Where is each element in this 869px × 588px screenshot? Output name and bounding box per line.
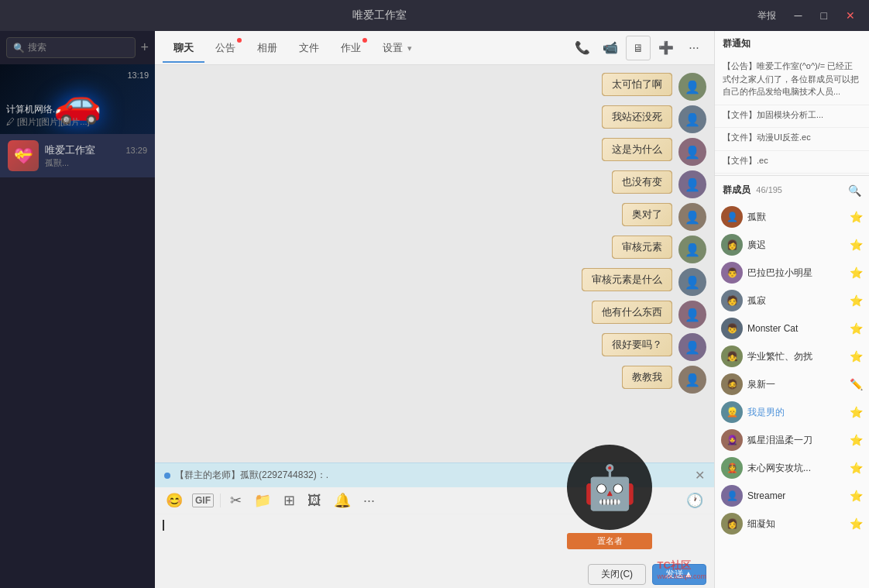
member-avatar-icon: 👦 xyxy=(726,323,738,334)
list-item[interactable]: 👤 孤獸 ⭐ xyxy=(715,203,869,231)
member-search-icon[interactable]: 🔍 xyxy=(848,184,861,197)
add-contact-button[interactable]: + xyxy=(140,40,149,56)
member-avatar: 👩 xyxy=(721,513,743,535)
member-status-icon: ⭐ xyxy=(850,239,863,251)
notification-text: 【群主的老师】孤獸(2292744832)：. xyxy=(175,469,328,482)
member-status-icon: ⭐ xyxy=(850,266,863,279)
close-chat-button[interactable]: 关闭(C) xyxy=(588,564,646,585)
clock-button[interactable]: 🕐 xyxy=(683,490,706,511)
list-item[interactable]: 🧕 狐星泪温柔一刀 ⭐ xyxy=(715,426,869,454)
input-section: 🤖 置名者 TC社区 www.tcsqw.com 关闭(C) 发送▲ xyxy=(155,514,714,588)
title-bar-controls: 举报 ─ □ ✕ xyxy=(751,6,861,26)
member-avatar: 👲 xyxy=(721,457,743,479)
popup-emoji: 🤖 xyxy=(567,445,652,530)
grid-button[interactable]: ⊞ xyxy=(280,490,298,511)
close-window-button[interactable]: ✕ xyxy=(840,6,861,25)
list-item[interactable]: 👨 巴拉巴拉小明星 ⭐ xyxy=(715,259,869,287)
message-bubble: 很好要吗？ xyxy=(602,333,672,356)
search-bar: 🔍 搜索 + xyxy=(0,31,155,64)
list-item[interactable]: 👩 廣迟 ⭐ xyxy=(715,231,869,259)
member-avatar-icon: 🧑 xyxy=(726,295,738,306)
tab-chat[interactable]: 聊天 xyxy=(163,33,204,63)
sidebar-preview-2: 孤獸... xyxy=(45,157,147,169)
member-avatar: 🧔 xyxy=(721,373,743,395)
list-item[interactable]: 🧔 泉新一 ✏️ xyxy=(715,370,869,398)
emoji-button[interactable]: 😊 xyxy=(163,490,186,511)
sidebar-name-2: 唯爱工作室 xyxy=(45,143,95,157)
notice-item-file3: 【文件】.ec xyxy=(715,151,869,174)
list-item[interactable]: 👲 末心网安攻坑... ⭐ xyxy=(715,454,869,482)
member-avatar: 👩 xyxy=(721,234,743,256)
right-panel: 群通知 【公告】唯爱工作室(^o^)/= 已经正式付之家人们了，各位群成员可以把… xyxy=(714,31,869,588)
watermark: TC社区 www.tcsqw.com xyxy=(657,558,706,580)
image-button[interactable]: 🖼 xyxy=(304,491,325,511)
message-avatar: 👤 xyxy=(678,236,706,263)
table-row: 他有什么东西 👤 xyxy=(163,301,706,328)
tab-album[interactable]: 相册 xyxy=(246,33,288,63)
title-bar-title: 唯爱工作室 xyxy=(352,9,407,22)
avatar-weiai: 💝 xyxy=(8,140,39,171)
list-item[interactable]: 👱 我是男的 ⭐ xyxy=(715,398,869,426)
member-avatar: 👦 xyxy=(721,318,743,339)
member-avatar-icon: 👱 xyxy=(726,407,738,418)
tab-homework[interactable]: 作业 xyxy=(330,33,372,63)
search-placeholder: 搜索 xyxy=(28,41,46,54)
report-button[interactable]: 举报 xyxy=(751,6,782,26)
message-avatar: 👤 xyxy=(678,138,706,166)
avatar-icon: 👤 xyxy=(685,340,700,355)
message-avatar: 👤 xyxy=(678,268,706,296)
sidebar-item-jisuan[interactable]: 🚗 13:19 计算机网络... 🖊 [图片][图片][图片...] xyxy=(0,64,155,134)
notice-item-announcement: 【公告】唯爱工作室(^o^)/= 已经正式付之家人们了，各位群成员可以把自己的作… xyxy=(715,57,869,105)
list-item[interactable]: 👩 细凝知 ⭐ xyxy=(715,510,869,538)
list-item[interactable]: 👧 学业繁忙、勿扰 ⭐ xyxy=(715,342,869,370)
member-section-title: 群成员 46/195 🔍 xyxy=(715,177,869,203)
group-notice-section: 群通知 xyxy=(715,31,869,57)
avatar-icon: 👤 xyxy=(685,80,700,95)
folder-button[interactable]: 📁 xyxy=(251,490,274,511)
message-text: 他有什么东西 xyxy=(602,306,662,318)
tab-settings[interactable]: 设置 ▾ xyxy=(372,33,423,63)
voice-call-button[interactable]: 📞 xyxy=(570,36,595,60)
message-bubble-wrap: 这是为什么 xyxy=(602,138,672,161)
table-row: 这是为什么 👤 xyxy=(163,138,706,166)
group-notice-title: 群通知 xyxy=(723,37,750,50)
member-name: 我是男的 xyxy=(747,406,845,419)
maximize-button[interactable]: □ xyxy=(815,6,833,25)
message-text: 这是为什么 xyxy=(612,143,662,155)
bell-button[interactable]: 🔔 xyxy=(331,490,354,511)
tab-notice[interactable]: 公告 xyxy=(204,33,246,63)
member-status-icon: ⭐ xyxy=(850,518,863,530)
sidebar-item-weiai[interactable]: 💝 唯爱工作室 13:29 孤獸... xyxy=(0,134,155,177)
message-bubble: 这是为什么 xyxy=(602,138,672,161)
member-name: 细凝知 xyxy=(747,518,845,531)
gif-button[interactable]: GIF xyxy=(192,493,214,507)
toolbar-more-button[interactable]: ··· xyxy=(360,491,378,511)
member-avatar-icon: 🧕 xyxy=(726,435,738,445)
message-avatar: 👤 xyxy=(678,73,706,101)
add-member-button[interactable]: ➕ xyxy=(654,36,678,60)
avatar-icon: 👤 xyxy=(685,145,700,160)
minimize-button[interactable]: ─ xyxy=(788,6,809,25)
notice-text-file1: 【文件】加固模块分析工... xyxy=(723,110,823,119)
member-status-icon: ⭐ xyxy=(850,434,863,446)
screen-share-button[interactable]: 🖥 xyxy=(626,36,651,60)
message-text: 也没有变 xyxy=(622,176,662,187)
tab-file[interactable]: 文件 xyxy=(288,33,330,63)
message-bubble: 太可怕了啊 xyxy=(602,73,672,96)
list-item[interactable]: 🧑 孤寂 ⭐ xyxy=(715,287,869,315)
list-item[interactable]: 👦 Monster Cat ⭐ xyxy=(715,315,869,342)
sidebar-time-2: 13:29 xyxy=(125,146,147,155)
avatar-icon: 👤 xyxy=(685,177,700,192)
more-options-button[interactable]: ··· xyxy=(682,36,706,60)
notification-close-button[interactable]: ✕ xyxy=(695,468,705,483)
message-bubble: 审核元素是什么 xyxy=(582,268,672,291)
video-call-button[interactable]: 📹 xyxy=(598,36,623,60)
search-box[interactable]: 🔍 搜索 xyxy=(6,37,136,58)
message-avatar: 👤 xyxy=(678,333,706,361)
avatar-icon: 👤 xyxy=(685,275,700,290)
scissors-button[interactable]: ✂ xyxy=(227,490,245,511)
notice-item-file2: 【文件】动漫UI反莶.ec xyxy=(715,128,869,151)
notice-text-file3: 【文件】.ec xyxy=(723,156,768,165)
list-item[interactable]: 👤 Streamer ⭐ xyxy=(715,482,869,510)
search-icon: 🔍 xyxy=(13,43,25,53)
